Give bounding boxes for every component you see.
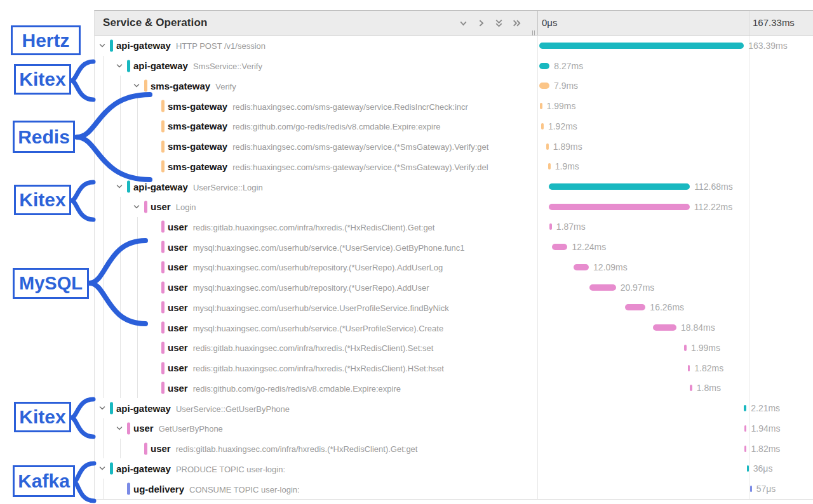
span-name-cell[interactable]: sms-gateway redis:huaxingsec.com/sms-gat… [95, 156, 538, 176]
indent-guide [103, 277, 104, 298]
span-row[interactable]: user GetUserByPhone 1.94ms [95, 418, 813, 439]
span-row[interactable]: user mysql:huaxingsec.com/userhub/reposi… [95, 257, 813, 277]
span-duration-bar[interactable] [549, 204, 689, 210]
duration-label: 1.94ms [751, 423, 780, 434]
span-color-indicator [110, 402, 113, 414]
span-name-cell[interactable]: api-gateway UserService::GetUserByPhone [95, 398, 538, 418]
collapse-all-icon[interactable] [494, 18, 504, 29]
span-duration-bar[interactable] [747, 465, 749, 472]
span-row[interactable]: sms-gateway redis:huaxingsec.com/sms-gat… [95, 96, 813, 116]
span-duration-bar[interactable] [744, 446, 747, 452]
span-row[interactable]: api-gateway HTTP POST /v1/session 163.39… [95, 36, 813, 56]
span-row[interactable]: user mysql:huaxingsec.com/userhub/reposi… [95, 277, 813, 298]
span-duration-bar[interactable] [549, 223, 552, 230]
span-name-cell[interactable]: api-gateway PRODUCE TOPIC user-login: [95, 458, 538, 479]
row-chevron-icon[interactable] [116, 62, 123, 70]
span-duration-bar[interactable] [539, 63, 549, 69]
span-row[interactable]: sms-gateway Verify 7.9ms [95, 76, 813, 96]
duration-label: 20.97ms [621, 282, 655, 293]
span-duration-bar[interactable] [684, 345, 687, 351]
span-name-cell[interactable]: sms-gateway redis:huaxingsec.com/sms-gat… [95, 96, 538, 116]
span-name-cell[interactable]: sms-gateway redis:github.com/go-redis/re… [95, 116, 538, 136]
span-duration-bar[interactable] [653, 324, 676, 331]
span-name-cell[interactable]: user mysql:huaxingsec.com/userhub/servic… [95, 298, 538, 318]
duration-label: 7.9ms [554, 81, 578, 91]
span-row[interactable]: user redis:github.com/go-redis/redis/v8.… [95, 378, 813, 398]
span-row[interactable]: sms-gateway redis:huaxingsec.com/sms-gat… [95, 136, 813, 157]
span-color-indicator [161, 261, 165, 273]
span-row[interactable]: user mysql:huaxingsec.com/userhub/servic… [95, 298, 813, 318]
span-row[interactable]: user redis:gitlab.huaxingsec.com/infra/h… [95, 439, 813, 459]
row-chevron-icon[interactable] [98, 42, 106, 50]
span-name-cell[interactable]: user redis:gitlab.huaxingsec.com/infra/h… [95, 338, 538, 358]
span-row[interactable]: ug-delivery CONSUME TOPIC user-login: 57… [95, 479, 813, 499]
span-row[interactable]: user mysql:huaxingsec.com/userhub/servic… [95, 237, 813, 257]
duration-label: 16.26ms [650, 302, 684, 312]
span-row[interactable]: user Login 112.22ms [95, 197, 813, 217]
span-duration-bar[interactable] [539, 43, 744, 49]
span-duration-bar[interactable] [546, 143, 549, 150]
span-name-cell[interactable]: api-gateway UserService::Login [95, 176, 538, 197]
span-name-cell[interactable]: user mysql:huaxingsec.com/userhub/servic… [95, 317, 538, 338]
span-row[interactable]: user redis:gitlab.huaxingsec.com/infra/h… [95, 217, 813, 237]
span-name-cell[interactable]: user redis:gitlab.huaxingsec.com/infra/h… [95, 358, 538, 378]
span-name-cell[interactable]: user GetUserByPhone [95, 418, 538, 439]
span-duration-bar[interactable] [540, 103, 542, 109]
span-row[interactable]: sms-gateway redis:github.com/go-redis/re… [95, 116, 813, 136]
row-chevron-icon[interactable] [98, 465, 106, 472]
duration-label: 36μs [753, 463, 773, 474]
row-chevron-icon[interactable] [116, 183, 123, 190]
span-name-cell[interactable]: ug-delivery CONSUME TOPIC user-login: [95, 479, 538, 499]
span-duration-bar[interactable] [548, 163, 551, 169]
span-name-cell[interactable]: user Login [95, 197, 538, 217]
duration-label: 1.82ms [694, 363, 723, 373]
span-duration-bar[interactable] [539, 83, 549, 89]
span-row[interactable]: user redis:gitlab.huaxingsec.com/infra/h… [95, 338, 813, 358]
expand-all-icon[interactable] [511, 18, 522, 29]
span-name-cell[interactable]: api-gateway SmsService::Verify [95, 56, 538, 76]
indent-guide [120, 96, 121, 116]
span-name-cell[interactable]: sms-gateway redis:huaxingsec.com/sms-gat… [95, 136, 538, 157]
span-name-cell[interactable]: api-gateway HTTP POST /v1/session [95, 36, 538, 56]
span-row[interactable]: user redis:gitlab.huaxingsec.com/infra/h… [95, 358, 813, 378]
span-duration-bar[interactable] [750, 486, 752, 492]
span-row[interactable]: user mysql:huaxingsec.com/userhub/servic… [95, 317, 813, 338]
annotation-label-mysql: MySQL [13, 268, 89, 299]
span-row[interactable]: api-gateway PRODUCE TOPIC user-login: 36… [95, 458, 813, 479]
operation-name-label: mysql:huaxingsec.com/userhub/repository.… [193, 263, 443, 272]
span-duration-bar[interactable] [574, 264, 589, 270]
span-timeline-cell: 1.89ms [538, 136, 813, 157]
span-duration-bar[interactable] [688, 365, 690, 371]
span-duration-bar[interactable] [744, 425, 747, 432]
span-row[interactable]: api-gateway UserService::GetUserByPhone … [95, 398, 813, 418]
row-chevron-icon[interactable] [133, 82, 140, 90]
span-name-cell[interactable]: sms-gateway Verify [95, 76, 538, 96]
span-name-cell[interactable]: user redis:gitlab.huaxingsec.com/infra/h… [95, 439, 538, 459]
indent-guide [103, 257, 104, 277]
indent-guide [120, 358, 121, 378]
expand-one-icon[interactable] [476, 18, 487, 29]
span-duration-bar[interactable] [690, 385, 692, 391]
span-row[interactable]: api-gateway UserService::Login 112.68ms [95, 176, 813, 197]
span-duration-bar[interactable] [744, 405, 746, 411]
span-color-indicator [144, 201, 147, 213]
span-name-cell[interactable]: user mysql:huaxingsec.com/userhub/servic… [95, 237, 538, 257]
row-chevron-icon[interactable] [116, 425, 123, 432]
span-name-cell[interactable]: user redis:github.com/go-redis/redis/v8.… [95, 378, 538, 398]
row-chevron-icon[interactable] [133, 203, 140, 211]
row-chevron-icon[interactable] [98, 404, 106, 412]
operation-name-label: mysql:huaxingsec.com/userhub/service.(*U… [193, 324, 443, 333]
span-duration-bar[interactable] [541, 123, 544, 129]
collapse-one-icon[interactable] [458, 18, 469, 29]
annotation-label-hertz: Hertz [11, 25, 81, 55]
span-duration-bar[interactable] [589, 284, 615, 291]
span-name-cell[interactable]: user mysql:huaxingsec.com/userhub/reposi… [95, 257, 538, 277]
span-name-cell[interactable]: user mysql:huaxingsec.com/userhub/reposi… [95, 277, 538, 298]
span-row[interactable]: api-gateway SmsService::Verify 8.27ms [95, 56, 813, 76]
column-resize-grip[interactable] [532, 30, 535, 36]
span-duration-bar[interactable] [552, 244, 567, 250]
span-duration-bar[interactable] [625, 304, 645, 310]
span-duration-bar[interactable] [549, 183, 690, 190]
span-row[interactable]: sms-gateway redis:huaxingsec.com/sms-gat… [95, 156, 813, 176]
span-name-cell[interactable]: user redis:gitlab.huaxingsec.com/infra/h… [95, 217, 538, 237]
